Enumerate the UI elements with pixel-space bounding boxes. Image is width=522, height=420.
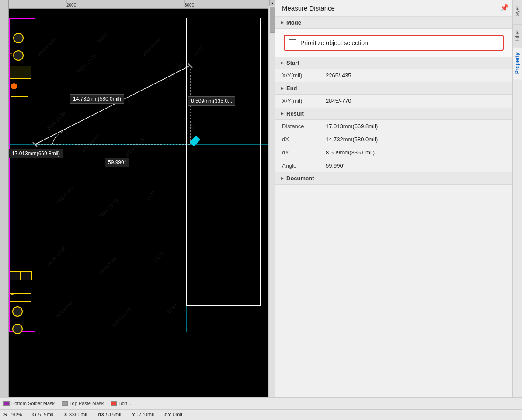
svg-marker-5 <box>281 21 284 24</box>
scroll-thumb[interactable] <box>270 7 275 33</box>
triangle-start-icon <box>280 61 285 65</box>
coord-y: Y -770mil <box>132 412 154 418</box>
label-bat: BAT <box>10 292 16 296</box>
triangle-end-icon <box>280 86 285 91</box>
layer-label-top-paste: Top Paste Mask <box>70 401 104 406</box>
white-rect <box>186 18 261 306</box>
component-ic-1 <box>10 66 31 79</box>
svg-marker-8 <box>281 112 284 115</box>
result-angle-row: Angle 59.990° <box>275 159 512 172</box>
coord-s: S 190% <box>3 412 22 418</box>
label-dx: 14.732mm(580.0mil) <box>70 94 124 104</box>
triangle-result-icon <box>280 112 285 116</box>
section-document-label: Document <box>286 175 314 182</box>
coord-g: G 5, 5mil <box>32 412 53 418</box>
ruler-mark-3000: 3000 <box>184 0 194 7</box>
status-bar: Bottom Solder Mask Top Paste Mask Bott..… <box>0 397 522 420</box>
svg-marker-7 <box>281 87 284 90</box>
result-distance-key: Distance <box>282 123 326 130</box>
section-start-content: X/Y(mil) 2265/-435 <box>275 69 512 82</box>
end-xy-key: X/Y(mil) <box>282 98 326 104</box>
end-xy-row: X/Y(mil) 2845/-770 <box>275 94 512 108</box>
pcb-canvas[interactable]: 2000 3000 zouyuxuan 2024-11-28 11:57 zou… <box>0 0 268 397</box>
watermark-7: 2024-11-28 <box>45 110 66 131</box>
prioritize-checkbox[interactable] <box>289 39 296 46</box>
pin-icon[interactable]: 📌 <box>500 4 509 12</box>
watermark-3: 11:57 <box>96 32 108 44</box>
watermark-15: zouyuxuan <box>98 255 118 275</box>
label-dy: 8.509mm(335.0... <box>188 96 235 106</box>
tab-layer[interactable]: Layer <box>513 0 522 24</box>
component-circle-1 <box>13 33 24 43</box>
label-d2: D2 <box>10 52 15 57</box>
result-dy-row: dY 8.509mm(335.0mil) <box>275 146 512 159</box>
layer-color-top-paste <box>62 401 68 406</box>
ruler-top: 2000 3000 <box>0 0 268 9</box>
prioritize-label: Prioritize object selection <box>300 39 368 46</box>
result-dy-key: dY <box>282 149 326 156</box>
tab-property[interactable]: Property <box>513 47 522 79</box>
layer-label-bottom-solder: Bottom Solder Mask <box>11 401 55 406</box>
section-end-header[interactable]: End <box>275 82 512 94</box>
watermark-9: 2024-11-28 <box>124 136 145 158</box>
section-result-header[interactable]: Result <box>275 108 512 120</box>
section-end-label: End <box>286 85 297 91</box>
component-ic-2 <box>11 96 28 105</box>
layer-top-paste[interactable]: Top Paste Mask <box>62 401 104 406</box>
scroll-up-btn[interactable]: ▲ <box>269 0 275 6</box>
component-circle-3 <box>12 306 23 317</box>
right-panel: ▲ Measure Distance 📌 Mode Prioritize obj… <box>268 0 522 397</box>
section-result-label: Result <box>286 110 304 117</box>
triangle-mode-icon <box>280 21 285 25</box>
coord-dy: dY 0mil <box>164 412 182 418</box>
result-dy-value: 8.509mm(335.0mil) <box>326 149 375 156</box>
section-mode-header[interactable]: Mode <box>275 17 512 29</box>
svg-line-0 <box>35 66 190 144</box>
watermark-4: zouyuxuan <box>142 36 162 56</box>
svg-marker-9 <box>281 177 284 180</box>
layer-bottom-solder[interactable]: Bottom Solder Mask <box>3 401 55 406</box>
side-tabs: Layer Filter Property <box>512 0 522 397</box>
result-angle-value: 59.990° <box>326 162 345 169</box>
result-dx-row: dX 14.732mm(580.0mil) <box>275 133 512 146</box>
section-document-header[interactable]: Document <box>275 172 512 185</box>
prioritize-checkbox-row[interactable]: Prioritize object selection <box>284 35 504 51</box>
section-mode-label: Mode <box>286 19 301 26</box>
scrollbar[interactable]: ▲ <box>269 0 275 397</box>
layer-strip: Bottom Solder Mask Top Paste Mask Bott..… <box>0 398 522 410</box>
result-angle-key: Angle <box>282 162 326 169</box>
watermark-11: zouyuxuan <box>54 185 74 205</box>
layer-color-bottom-solder <box>3 401 10 406</box>
section-start-header[interactable]: Start <box>275 57 512 69</box>
watermark-13: 11:57 <box>144 189 157 201</box>
watermark-17: zouyuxuan <box>54 299 74 319</box>
section-end-content: X/Y(mil) 2845/-770 <box>275 94 512 108</box>
start-xy-key: X/Y(mil) <box>282 72 326 79</box>
component-r8 <box>21 271 32 280</box>
component-circle-4 <box>12 324 23 334</box>
component-btn <box>11 83 17 89</box>
section-result-content: Distance 17.013mm(669.8mil) dX 14.732mm(… <box>275 120 512 172</box>
svg-marker-6 <box>281 62 284 64</box>
watermark-14: 2024-11-28 <box>45 246 66 267</box>
watermark-18: 2024-11-28 <box>111 307 132 328</box>
property-panel: Measure Distance 📌 Mode Prioritize objec… <box>275 0 512 397</box>
tab-filter[interactable]: Filter <box>513 24 522 47</box>
watermark-2: 2024-11-28 <box>76 53 97 74</box>
result-distance-value: 17.013mm(669.8mil) <box>326 123 378 130</box>
ruler-left <box>0 0 9 397</box>
label-angle: 59.990° <box>105 158 129 167</box>
component-r7 <box>10 271 21 280</box>
watermark-5: 2024-11-28 <box>164 62 184 83</box>
end-xy-value: 2845/-770 <box>326 98 351 104</box>
start-xy-row: X/Y(mil) 2265/-435 <box>275 69 512 82</box>
layer-color-bott <box>111 401 117 406</box>
result-dx-value: 14.732mm(580.0mil) <box>326 136 378 143</box>
pcb-viewport[interactable]: zouyuxuan 2024-11-28 11:57 zouyuxuan 202… <box>9 9 268 397</box>
label-dist: 17.013mm(669.8mil) <box>9 149 63 158</box>
coord-x: X 3360mil <box>64 412 87 418</box>
layer-bott[interactable]: Bott... <box>111 401 131 406</box>
board-edge-left <box>9 18 35 332</box>
panel-title: Measure Distance <box>275 0 512 17</box>
component-circle-2 <box>13 50 24 61</box>
